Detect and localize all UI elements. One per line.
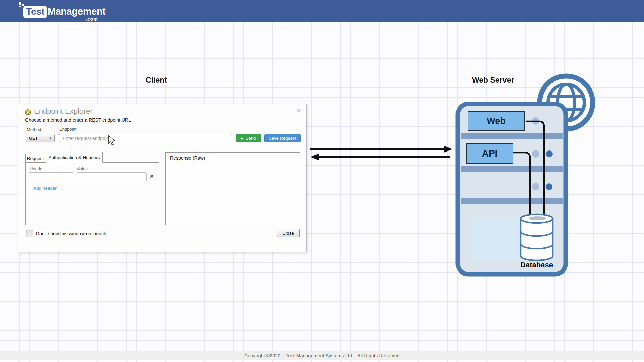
api-tier-label: API [482, 148, 498, 159]
response-arrow-icon [310, 154, 450, 160]
endpoint-label: Endpoint [59, 127, 76, 132]
database-icon [521, 214, 553, 260]
client-server-arrows [302, 141, 463, 166]
led-light [532, 150, 539, 158]
server-divider [461, 198, 563, 204]
dialog-subtitle: Choose a method and enter a REST endpoin… [25, 117, 131, 123]
response-panel-title: Response (Raw) [166, 153, 300, 163]
web-tier-label: Web [487, 116, 506, 126]
tab-authentication-headers[interactable]: Authentication & Headers [46, 152, 103, 163]
server-divider [461, 133, 563, 139]
logo-com-text: .com [86, 16, 98, 22]
led-light [532, 183, 539, 190]
method-select[interactable]: GET ▼ [26, 134, 55, 142]
web-server-diagram [449, 73, 607, 279]
chevron-down-icon: ▼ [49, 137, 52, 140]
endpoint-explorer-dialog: Endpoint Explorer ✕ Choose a method and … [18, 104, 307, 252]
response-panel: Response (Raw) [165, 152, 300, 225]
page-footer: Copyright ©2020 – Test Management System… [0, 351, 644, 360]
header-name-input[interactable] [29, 172, 73, 181]
dialog-title: Endpoint Explorer [34, 107, 93, 116]
method-selected-value: GET [29, 136, 38, 141]
remove-header-icon[interactable]: ✕ [150, 173, 154, 179]
api-tier-box: API [466, 143, 513, 164]
server-bottom-panel [472, 219, 519, 260]
web-tier-box: Web [468, 111, 525, 131]
header-column-label: Header [30, 166, 44, 171]
led-dark [546, 150, 553, 157]
dialog-close-icon[interactable]: ✕ [296, 107, 302, 115]
method-label: Method [26, 127, 41, 132]
add-header-link[interactable]: + Add header [30, 186, 57, 191]
play-icon: ▶ [241, 137, 244, 140]
logo-pixel-dot [19, 2, 21, 5]
mouse-cursor-icon [108, 135, 116, 146]
save-request-label: Save Request [269, 136, 296, 141]
close-button[interactable]: Close [277, 229, 300, 237]
tab-authentication-headers-label: Authentication & Headers [48, 155, 100, 160]
dont-show-checkbox[interactable] [26, 230, 33, 237]
logo-pixel-dot [19, 6, 21, 7]
send-button-label: Send [246, 136, 256, 141]
value-column-label: Value [77, 166, 88, 171]
request-arrow-icon [310, 146, 452, 153]
testmanagement-logo[interactable]: Test Management .com [14, 2, 101, 21]
close-button-label: Close [282, 231, 294, 236]
tab-request[interactable]: Request [25, 154, 45, 163]
logo-pixel-dot [22, 4, 24, 6]
logo-management-text: Management [48, 6, 105, 17]
server-divider [461, 166, 563, 172]
send-button[interactable]: ▶ Send [236, 134, 261, 142]
top-navbar: Test Management .com [0, 0, 644, 22]
window-coin-icon [25, 109, 31, 115]
copyright-text: Copyright ©2020 – Test Management System… [244, 353, 400, 358]
client-label: Client [133, 76, 180, 85]
logo-test-text: Test [23, 6, 47, 18]
led-dark [546, 183, 552, 190]
tab-request-label: Request [27, 156, 44, 161]
headers-panel: Header Value ✕ + Add header [25, 162, 159, 225]
header-value-input[interactable] [77, 172, 147, 181]
database-label: Database [513, 261, 560, 269]
endpoint-input[interactable] [59, 134, 232, 142]
dont-show-checkbox-label: Don't show this window on launch [36, 231, 106, 236]
save-request-button[interactable]: Save Request [264, 134, 301, 142]
